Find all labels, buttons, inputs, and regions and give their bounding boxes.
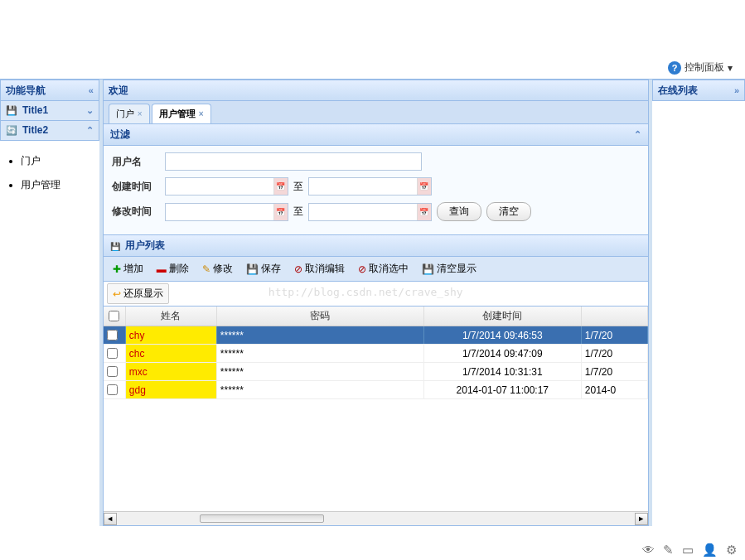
create-from-input[interactable] — [166, 178, 273, 195]
tab-user-label: 用户管理 — [159, 108, 196, 120]
col-create[interactable]: 创建时间 — [424, 307, 582, 326]
collapse-up-icon[interactable]: ⌃ — [634, 129, 641, 140]
sidebar-title: 功能导航 — [6, 84, 46, 98]
collapse-right-icon[interactable]: » — [734, 85, 739, 95]
cell-password: ****** — [217, 381, 424, 398]
modify-to-input[interactable] — [309, 204, 417, 220]
grid: 姓名 密码 创建时间 chy******1/7/2014 09:46:531/7… — [103, 307, 649, 526]
brush-icon[interactable]: ✎ — [663, 543, 674, 558]
scroll-left-icon[interactable]: ◄ — [104, 513, 117, 525]
cell-password: ****** — [217, 345, 424, 362]
username-input[interactable] — [165, 152, 422, 171]
table-row[interactable]: chc******1/7/2014 09:47:091/7/20 — [104, 345, 648, 363]
modify-from-input[interactable] — [166, 204, 273, 220]
cell-create: 1/7/2014 09:46:53 — [424, 326, 582, 344]
clear-display-button[interactable]: 💾清空显示 — [416, 258, 482, 279]
nav-user-mgmt[interactable]: 用户管理 — [21, 173, 99, 197]
cancel-edit-button[interactable]: ⊘取消编辑 — [288, 258, 351, 279]
main-header: 欢迎 — [103, 80, 649, 101]
tab-portal-label: 门户 — [116, 108, 134, 120]
modify-label: 修改时间 — [112, 205, 160, 219]
collapse-left-icon[interactable]: « — [89, 85, 94, 95]
filter-body: 用户名 创建时间 📅 至 📅 修改时间 📅 至 📅 查询 清空 — [103, 146, 649, 235]
horizontal-scrollbar[interactable]: ◄ ► — [104, 511, 648, 525]
col-modify[interactable] — [582, 307, 648, 326]
calendar-icon[interactable]: 📅 — [417, 178, 431, 195]
cell-modify: 1/7/20 — [582, 326, 648, 344]
restore-icon: ↩ — [113, 288, 121, 300]
table-row[interactable]: mxc******1/7/2014 10:31:311/7/20 — [104, 363, 648, 381]
online-panel: 在线列表 » — [649, 80, 745, 526]
tab-portal[interactable]: 门户 × — [109, 104, 150, 123]
cell-name: mxc — [126, 363, 217, 380]
table-row[interactable]: gdg******2014-01-07 11:00:172014-0 — [104, 381, 648, 399]
help-icon: ? — [668, 61, 681, 75]
delete-button[interactable]: ▬删除 — [151, 258, 195, 279]
user-icon[interactable]: 👤 — [702, 543, 718, 558]
title1-label: Title1 — [22, 104, 48, 116]
query-button[interactable]: 查询 — [437, 202, 481, 221]
grid-title: 用户列表 — [125, 239, 165, 253]
nav-portal[interactable]: 门户 — [21, 149, 99, 173]
row-checkbox[interactable] — [104, 381, 126, 398]
minus-icon: ▬ — [157, 263, 167, 275]
toolbar: ✚增加 ▬删除 ✎修改 💾保存 ⊘取消编辑 ⊘取消选中 💾清空显示 — [103, 257, 649, 282]
mask-icon[interactable]: 👁 — [642, 543, 655, 558]
clear-icon: 💾 — [422, 263, 434, 275]
status-bar-icons: 👁 ✎ ▭ 👤 ⚙ — [642, 543, 737, 558]
plus-icon: ✚ — [113, 263, 121, 275]
book-icon[interactable]: ▭ — [682, 543, 694, 558]
chevron-up-icon[interactable]: ⌃ — [86, 125, 94, 136]
title2-label: Title2 — [22, 124, 48, 136]
cell-modify: 2014-0 — [582, 381, 648, 398]
username-label: 用户名 — [112, 155, 160, 169]
watermark-text: http://blog.csdn.net/crave_shy — [268, 286, 463, 298]
calendar-icon[interactable]: 📅 — [273, 204, 288, 220]
main-title: 欢迎 — [109, 84, 128, 98]
accordion-title2[interactable]: Title2 ⌃ — [0, 121, 99, 141]
settings-icon[interactable]: ⚙ — [726, 543, 737, 558]
table-row[interactable]: chy******1/7/2014 09:46:531/7/20 — [104, 326, 648, 345]
restore-button[interactable]: ↩还原显示 — [107, 283, 169, 304]
cancel-icon: ⊘ — [358, 263, 366, 275]
tab-user-mgmt[interactable]: 用户管理 × — [152, 104, 211, 123]
clear-button[interactable]: 清空 — [486, 202, 531, 221]
scroll-thumb[interactable] — [200, 514, 324, 523]
cell-modify: 1/7/20 — [582, 345, 648, 362]
calendar-icon[interactable]: 📅 — [273, 178, 288, 195]
col-name[interactable]: 姓名 — [126, 307, 217, 326]
create-label: 创建时间 — [112, 180, 160, 194]
filter-header[interactable]: 过滤 ⌃ — [103, 124, 649, 146]
cell-password: ****** — [217, 363, 424, 380]
cell-password: ****** — [217, 326, 424, 344]
tabs-bar: 门户 × 用户管理 × — [103, 101, 649, 124]
add-button[interactable]: ✚增加 — [107, 258, 149, 279]
select-all-checkbox[interactable] — [109, 311, 119, 321]
online-title: 在线列表 — [658, 84, 698, 98]
cell-create: 1/7/2014 09:47:09 — [424, 345, 582, 362]
cell-name: gdg — [126, 381, 217, 398]
col-checkbox[interactable] — [104, 307, 126, 326]
cancel-select-button[interactable]: ⊘取消选中 — [352, 258, 414, 279]
cell-name: chy — [126, 326, 217, 344]
edit-button[interactable]: ✎修改 — [196, 258, 239, 279]
row-checkbox[interactable] — [104, 363, 126, 380]
close-icon[interactable]: × — [199, 109, 204, 118]
accordion-title1[interactable]: Title1 ⌄ — [0, 101, 99, 121]
col-password[interactable]: 密码 — [217, 307, 424, 326]
save-button[interactable]: 💾保存 — [240, 258, 287, 279]
scroll-right-icon[interactable]: ► — [635, 513, 648, 525]
calendar-icon[interactable]: 📅 — [417, 204, 431, 220]
control-panel-link[interactable]: ? 控制面板 ▾ — [668, 60, 733, 75]
chevron-down-icon[interactable]: ⌄ — [86, 105, 94, 116]
create-to-input[interactable] — [309, 178, 417, 195]
online-header: 在线列表 » — [652, 80, 745, 101]
sidebar-panel: 功能导航 « Title1 ⌄ Title2 ⌃ 门户 用户管理 — [0, 80, 103, 526]
filter-title: 过滤 — [110, 128, 130, 142]
control-panel-label: 控制面板 — [685, 60, 724, 75]
row-checkbox[interactable] — [104, 326, 126, 344]
refresh-icon — [6, 124, 19, 138]
close-icon[interactable]: × — [138, 109, 143, 118]
row-checkbox[interactable] — [104, 345, 126, 362]
cancel-icon: ⊘ — [294, 263, 302, 275]
